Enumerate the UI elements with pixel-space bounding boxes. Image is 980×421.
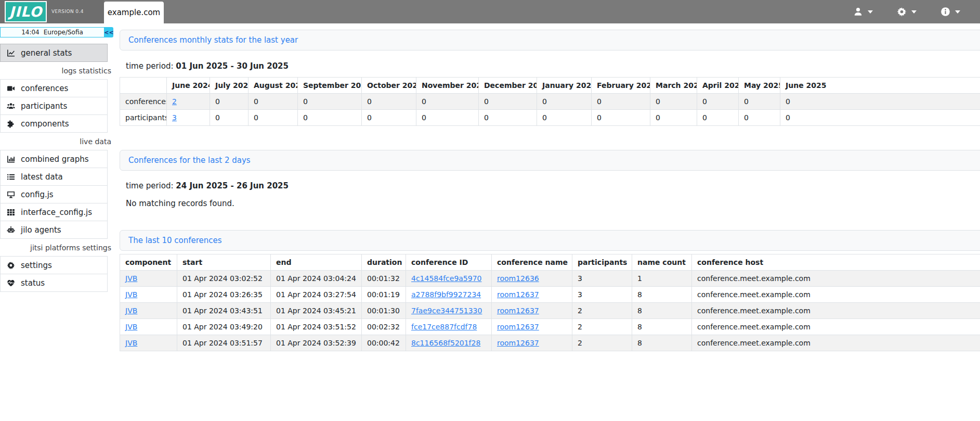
cell: 00:01:30 <box>362 303 406 319</box>
column-header: May 2025 <box>739 78 780 94</box>
sidebar-item-combined-graphs[interactable]: combined graphs <box>0 150 108 168</box>
sidebar-item-label: general stats <box>21 48 72 58</box>
cell: 4c14584fce9a5970 <box>406 271 492 287</box>
sidebar-item-label: conferences <box>21 84 68 93</box>
cell: 0 <box>592 110 650 126</box>
time-period-label: time period: <box>126 181 174 190</box>
cell: 0 <box>739 110 780 126</box>
cell-link[interactable]: JVB <box>125 339 137 347</box>
cell: 0 <box>780 94 980 110</box>
column-header: February 2025 <box>592 78 650 94</box>
app-logo: JILO <box>5 1 47 22</box>
info-menu[interactable] <box>940 7 960 17</box>
panel-monthly-stats-title-link[interactable]: Conferences monthly stats for the last y… <box>128 35 298 45</box>
table-row: JVB01 Apr 2024 03:51:5701 Apr 2024 03:52… <box>120 335 980 351</box>
cell-link[interactable]: JVB <box>125 323 137 331</box>
sidebar-item-general-stats[interactable]: general stats <box>0 44 108 62</box>
gear-icon <box>897 7 907 17</box>
cell: 0 <box>416 110 479 126</box>
column-header: conference host <box>692 254 980 271</box>
table-header-row: componentstartenddurationconference IDco… <box>120 254 980 271</box>
sidebar-item-label: jilo agents <box>21 225 61 235</box>
cell: 01 Apr 2024 03:02:52 <box>177 271 271 287</box>
video-camera-icon <box>6 84 16 93</box>
cell: 0 <box>416 94 479 110</box>
cell: conference.meet.example.com <box>692 319 980 335</box>
cell-link[interactable]: room12637 <box>497 323 539 331</box>
table-row: JVB01 Apr 2024 03:26:3501 Apr 2024 03:27… <box>120 287 980 303</box>
cell-link[interactable]: 2 <box>172 97 177 106</box>
table-row: conferences2000000000000 <box>120 94 980 110</box>
sidebar-item-settings[interactable]: settings <box>0 256 108 274</box>
sidebar-item-label: status <box>21 278 45 288</box>
header-icon-menus <box>853 0 960 23</box>
cell: 01 Apr 2024 03:04:24 <box>271 271 362 287</box>
gear-icon <box>6 261 16 270</box>
cell: 2 <box>572 303 632 319</box>
cell: JVB <box>120 271 177 287</box>
cell-link[interactable]: 3 <box>172 113 177 122</box>
cell-link[interactable]: JVB <box>125 274 137 283</box>
platform-tab-example-com[interactable]: example.com <box>104 2 164 23</box>
cell-link[interactable]: room12637 <box>497 339 539 347</box>
sidebar-clock-bar: 14:04 Europe/Sofia << <box>0 27 113 37</box>
time-period-value: 24 Jun 2025 - 26 Jun 2025 <box>176 181 289 190</box>
chart-line-icon <box>6 49 16 57</box>
column-header <box>120 78 167 94</box>
sidebar-item-conferences[interactable]: conferences <box>0 79 108 97</box>
sidebar-item-config-js[interactable]: config.js <box>0 185 108 203</box>
cell-link[interactable]: a2788f9bf9927234 <box>411 290 481 299</box>
cell: 0 <box>697 110 739 126</box>
cell: 0 <box>537 94 592 110</box>
sidebar-item-latest-data[interactable]: latest data <box>0 168 108 186</box>
cell: JVB <box>120 319 177 335</box>
last10-conferences-table: componentstartenddurationconference IDco… <box>120 254 980 351</box>
cell-link[interactable]: fce17ce887fcdf78 <box>411 323 477 331</box>
cell-link[interactable]: 8c116568f5201f28 <box>411 339 480 347</box>
cell: 8 <box>632 303 692 319</box>
sidebar-item-label: config.js <box>21 190 54 199</box>
table-row: JVB01 Apr 2024 03:49:2001 Apr 2024 03:51… <box>120 319 980 335</box>
panel-last10-title-link[interactable]: The last 10 conferences <box>128 236 222 245</box>
main-content: Conferences monthly stats for the last y… <box>120 23 980 351</box>
cell: 8 <box>632 287 692 303</box>
cell: 01 Apr 2024 03:51:52 <box>271 319 362 335</box>
sidebar-item-status[interactable]: status <box>0 274 108 292</box>
sidebar-item-participants[interactable]: participants <box>0 97 108 115</box>
sidebar-item-components[interactable]: components <box>0 114 108 133</box>
users-icon <box>6 102 16 110</box>
cell: 0 <box>362 110 416 126</box>
sidebar-item-interface-config-js[interactable]: interface_config.js <box>0 203 108 221</box>
sidebar-menu: general statslogs statisticsconferencesp… <box>0 44 113 292</box>
cell: 2 <box>167 94 210 110</box>
cell-link[interactable]: room12637 <box>497 290 539 299</box>
grid-icon <box>6 208 16 216</box>
sidebar-collapse-button[interactable]: << <box>104 27 113 37</box>
cell: 01 Apr 2024 03:45:21 <box>271 303 362 319</box>
panel-last2days-title-link[interactable]: Conferences for the last 2 days <box>128 156 251 165</box>
robot-icon <box>6 226 16 234</box>
cell: room12637 <box>492 303 572 319</box>
cell: 3 <box>572 271 632 287</box>
cell-link[interactable]: JVB <box>125 290 137 299</box>
cell: room12637 <box>492 319 572 335</box>
user-menu[interactable] <box>853 7 873 17</box>
table-row: participants3000000000000 <box>120 110 980 126</box>
cell-link[interactable]: JVB <box>125 307 137 315</box>
heart-pulse-icon <box>6 279 16 287</box>
column-header: conference name <box>492 254 572 271</box>
cell: 01 Apr 2024 03:27:54 <box>271 287 362 303</box>
cell-link[interactable]: 7fae9ce344751330 <box>411 307 482 315</box>
monthly-stats-table: June 2024July 2024August 2024September 2… <box>120 77 980 126</box>
cell-link[interactable]: room12637 <box>497 307 539 315</box>
time-period-value: 01 Jun 2025 - 30 Jun 2025 <box>176 61 289 71</box>
cell: 0 <box>537 110 592 126</box>
settings-menu[interactable] <box>897 7 917 17</box>
app-version-label: VERSION 0.4 <box>51 9 84 14</box>
sidebar-item-jilo-agents[interactable]: jilo agents <box>0 221 108 239</box>
panel-last2days-header: Conferences for the last 2 days <box>120 150 980 171</box>
cell: 0 <box>592 94 650 110</box>
cell: 0 <box>650 94 697 110</box>
cell-link[interactable]: room12636 <box>497 274 539 283</box>
cell-link[interactable]: 4c14584fce9a5970 <box>411 274 482 283</box>
